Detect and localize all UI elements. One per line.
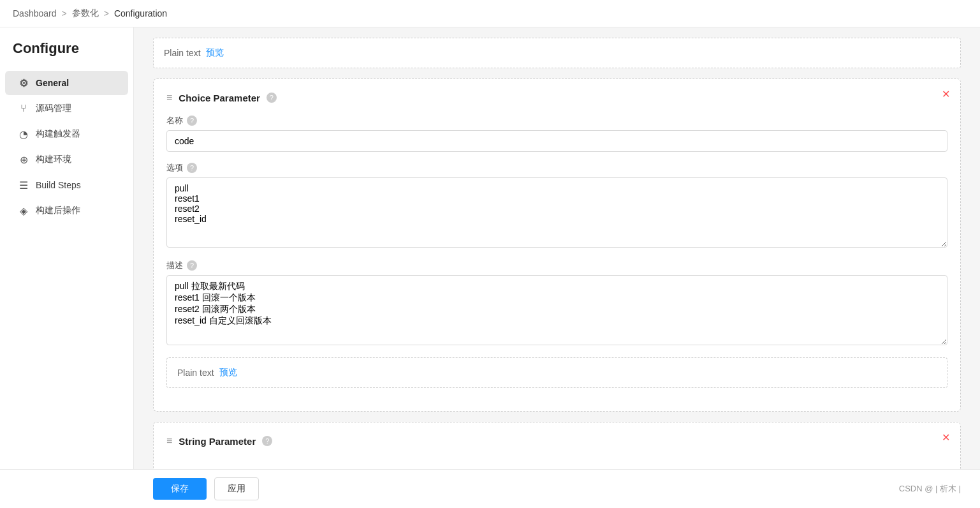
choice-param-help-icon[interactable]: ? (267, 93, 277, 103)
choice-param-name-field: 名称 ? (166, 115, 947, 152)
bottom-preview-link[interactable]: 预览 (219, 367, 237, 378)
string-param-close-button[interactable]: ✕ (942, 433, 950, 443)
breadcrumb: Dashboard > 参数化 > Configuration (0, 0, 980, 27)
sidebar-label-post: 构建后操作 (36, 205, 80, 216)
desc-help-icon[interactable]: ? (187, 260, 197, 271)
options-label-text: 选项 (166, 162, 183, 174)
breadcrumb-params[interactable]: 参数化 (72, 8, 99, 19)
choice-param-options-textarea[interactable]: pull reset1 reset2 reset_id (166, 177, 947, 248)
sidebar-label-steps: Build Steps (36, 180, 81, 190)
breadcrumb-dashboard[interactable]: Dashboard (13, 8, 57, 19)
sidebar-item-post[interactable]: ◈ 构建后操作 (5, 198, 128, 223)
sidebar-item-trigger[interactable]: ◔ 构建触发器 (5, 122, 128, 146)
choice-param-name-label: 名称 ? (166, 115, 947, 126)
choice-param-header: ≡ Choice Parameter ? (166, 92, 947, 103)
sidebar-item-general[interactable]: ⚙ General (5, 71, 128, 95)
choice-param-name-input[interactable] (166, 130, 947, 152)
bottom-plain-text-label: Plain text (177, 368, 214, 378)
choice-param-desc-textarea[interactable]: pull 拉取最新代码 reset1 回滚一个版本 reset2 回滚两个版本 … (166, 275, 947, 345)
sidebar: Configure ⚙ General ⑂ 源码管理 ◔ 构建触发器 ⊕ 构建环… (0, 27, 134, 507)
sidebar-label-source: 源码管理 (36, 103, 71, 114)
footer-right: CSDN @ | 析木 | (899, 483, 961, 495)
sidebar-label-env: 构建环境 (36, 154, 71, 165)
string-param-help-icon[interactable]: ? (262, 436, 272, 446)
steps-icon: ☰ (18, 179, 29, 191)
main-content: Plain text 预览 ≡ Choice Parameter ? ✕ 名称 … (134, 27, 980, 507)
sidebar-label-trigger: 构建触发器 (36, 128, 80, 140)
clock-icon: ◔ (18, 128, 29, 140)
apply-button[interactable]: 应用 (214, 477, 259, 500)
string-param-title: String Parameter (179, 436, 256, 447)
branch-icon: ⑂ (18, 103, 29, 114)
string-drag-icon[interactable]: ≡ (166, 435, 172, 447)
drag-icon[interactable]: ≡ (166, 92, 172, 103)
save-button[interactable]: 保存 (153, 478, 207, 500)
sidebar-item-env[interactable]: ⊕ 构建环境 (5, 147, 128, 172)
options-help-icon[interactable]: ? (187, 163, 197, 173)
name-label-text: 名称 (166, 115, 183, 126)
breadcrumb-config: Configuration (114, 8, 167, 19)
name-help-icon[interactable]: ? (187, 116, 197, 126)
sidebar-item-source[interactable]: ⑂ 源码管理 (5, 96, 128, 121)
sidebar-title: Configure (0, 40, 133, 70)
choice-param-close-button[interactable]: ✕ (942, 89, 950, 100)
bottom-plain-text-preview: Plain text 预览 (166, 357, 947, 388)
choice-param-options-field: 选项 ? pull reset1 reset2 reset_id (166, 162, 947, 250)
top-preview-link[interactable]: 预览 (206, 47, 224, 59)
choice-param-options-label: 选项 ? (166, 162, 947, 174)
top-plain-text-preview: Plain text 预览 (153, 38, 961, 68)
desc-label-text: 描述 (166, 260, 183, 271)
breadcrumb-sep2: > (104, 8, 109, 19)
choice-param-title: Choice Parameter (179, 93, 260, 103)
string-param-header: ≡ String Parameter ? (166, 435, 947, 447)
choice-param-desc-field: 描述 ? pull 拉取最新代码 reset1 回滚一个版本 reset2 回滚… (166, 260, 947, 347)
globe-icon: ⊕ (18, 154, 29, 165)
choice-param-desc-label: 描述 ? (166, 260, 947, 271)
sidebar-item-steps[interactable]: ☰ Build Steps (5, 173, 128, 197)
breadcrumb-sep1: > (62, 8, 67, 19)
string-param-card: ≡ String Parameter ? ✕ (153, 422, 961, 472)
footer-bar: 保存 应用 CSDN @ | 析木 | (0, 469, 980, 507)
cube-icon: ◈ (18, 205, 29, 216)
choice-param-card: ≡ Choice Parameter ? ✕ 名称 ? 选项 ? pull re… (153, 78, 961, 412)
gear-icon: ⚙ (18, 77, 29, 89)
sidebar-label-general: General (36, 78, 69, 88)
top-plain-text-label: Plain text (164, 48, 201, 58)
